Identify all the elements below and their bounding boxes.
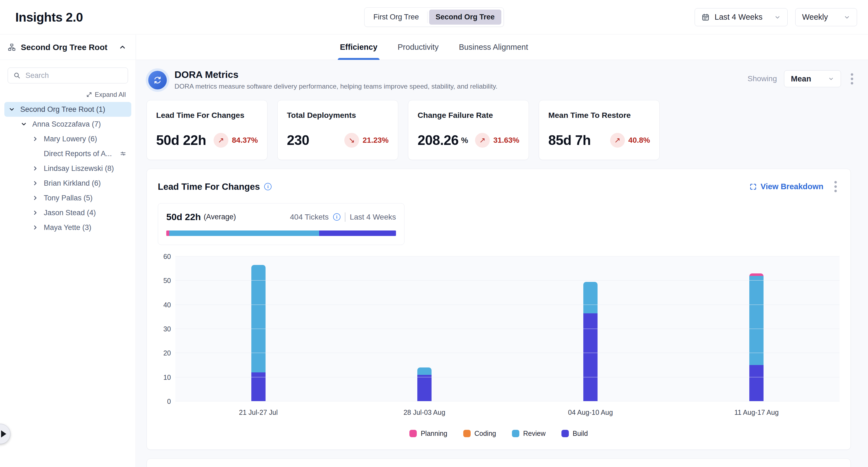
x-axis-label: 04 Aug-10 Aug [507, 408, 674, 416]
chevron-down-icon [828, 76, 834, 82]
legend-swatch-coding [463, 430, 471, 437]
tree-item-direct-reports-of-a[interactable]: Direct Reports of A... [4, 146, 131, 161]
chevron-right-icon[interactable] [32, 180, 39, 186]
metric-card-total-deployments: Total Deployments230↘21.23% [277, 100, 398, 160]
chevron-right-icon[interactable] [32, 165, 39, 172]
tree-item-label: Direct Reports of A... [44, 150, 112, 158]
y-tick-label: 50 [163, 277, 171, 285]
bar-slot [507, 256, 674, 401]
bar-segment-review [583, 282, 597, 313]
sidebar: Second Org Tree Root Expand All Second O… [0, 35, 136, 467]
org-toggle-second-org-tree[interactable]: Second Org Tree [429, 9, 501, 25]
kebab-menu-icon[interactable] [832, 179, 840, 194]
stacked-bar-04-aug-10-aug[interactable] [583, 282, 597, 401]
average-value: 50d 22h [166, 212, 201, 222]
metric-card-title: Change Failure Rate [417, 111, 519, 120]
tree-item-lindsay-liszewski-8[interactable]: Lindsay Liszewski (8) [4, 161, 131, 176]
trend-delta: 31.63% [493, 136, 519, 145]
trend-badge: ↗84.37% [214, 133, 258, 148]
tree-item-tony-pallas-5[interactable]: Tony Pallas (5) [4, 191, 131, 205]
sidebar-collapse-button[interactable] [117, 42, 128, 53]
org-tree-toggle: First Org TreeSecond Org Tree [364, 7, 504, 27]
plot-area [175, 256, 840, 401]
calendar-icon [702, 13, 710, 21]
y-tick-label: 60 [163, 253, 171, 260]
metric-card-value-row: 208.26%↗31.63% [417, 132, 519, 148]
metric-card-value-row: 230↘21.23% [287, 132, 389, 148]
date-range-select[interactable]: Last 4 Weeks [694, 8, 787, 26]
search-input[interactable] [8, 67, 128, 84]
info-icon[interactable] [264, 183, 272, 190]
tab-efficiency[interactable]: Efficiency [338, 35, 379, 60]
metric-card-title: Total Deployments [287, 111, 389, 120]
legend-label: Review [523, 430, 546, 437]
bar-segment-review [749, 276, 764, 365]
summary-segment-review [169, 230, 319, 236]
summary-segment-planning [166, 230, 169, 236]
bar-slots [175, 256, 840, 401]
gridline [175, 329, 840, 329]
tree-item-second-org-tree-root-1[interactable]: Second Org Tree Root (1) [4, 102, 131, 117]
tree-item-brian-kirkland-6[interactable]: Brian Kirkland (6) [4, 176, 131, 191]
trend-delta: 21.23% [363, 136, 389, 145]
chevron-down-icon[interactable] [20, 121, 27, 127]
lead-time-actions: View Breakdown [748, 179, 840, 194]
chevron-down-icon[interactable] [8, 106, 15, 113]
org-toggle-first-org-tree[interactable]: First Org Tree [367, 9, 426, 25]
tree-item-maya-yette-3[interactable]: Maya Yette (3) [4, 220, 131, 235]
x-axis-label: 28 Jul-03 Aug [341, 408, 507, 416]
dora-title: DORA Metrics [175, 69, 497, 80]
metric-cards: Lead Time For Changes50d 22h↗84.37%Total… [136, 90, 868, 160]
info-icon[interactable] [333, 213, 340, 221]
tree-item-label: Maya Yette (3) [44, 223, 91, 232]
chevron-right-icon[interactable] [32, 135, 39, 142]
phase-distribution-bar [166, 230, 396, 236]
average-suffix: (Average) [204, 213, 236, 221]
bar-segment-planning [749, 273, 764, 276]
app-title: Insights 2.0 [15, 10, 83, 25]
tab-business-alignment[interactable]: Business Alignment [457, 35, 530, 60]
tree-item-label: Jason Stead (4) [44, 209, 96, 217]
chevron-right-icon[interactable] [32, 224, 39, 231]
tree-item-label: Lindsay Liszewski (8) [44, 164, 114, 173]
dora-cycle-icon [148, 71, 167, 89]
tree-item-anna-scozzafava-7[interactable]: Anna Scozzafava (7) [4, 117, 131, 131]
sliders-icon[interactable] [120, 150, 126, 157]
legend-label: Coding [474, 430, 496, 437]
chevron-right-icon[interactable] [32, 210, 39, 216]
aggregation-select[interactable]: Mean [784, 70, 841, 87]
search-icon [13, 72, 21, 79]
kebab-menu-icon[interactable] [848, 71, 856, 87]
stacked-bar-28-jul-03-aug[interactable] [417, 368, 432, 401]
trend-up-icon: ↗ [475, 133, 490, 148]
legend-swatch-review [512, 430, 519, 437]
expand-all-button[interactable]: Expand All [85, 91, 127, 99]
tree-item-jason-stead-4[interactable]: Jason Stead (4) [4, 205, 131, 220]
gridline [175, 280, 840, 281]
granularity-select[interactable]: Weekly [795, 8, 857, 26]
stacked-bar-21-jul-27-jul[interactable] [251, 265, 266, 401]
view-breakdown-button[interactable]: View Breakdown [748, 182, 825, 191]
y-axis: 0102030405060 [158, 256, 175, 401]
expand-all-row: Expand All [8, 91, 127, 99]
view-breakdown-label: View Breakdown [761, 182, 824, 191]
aggregation-value: Mean [791, 74, 811, 84]
chevron-right-icon[interactable] [32, 195, 39, 201]
main: EfficiencyProductivityBusiness Alignment… [136, 35, 868, 467]
tree-item-mary-lowery-6[interactable]: Mary Lowery (6) [4, 131, 131, 146]
legend-item-review: Review [512, 430, 546, 437]
tree-item-label: Brian Kirkland (6) [44, 179, 101, 188]
tabs-row: EfficiencyProductivityBusiness Alignment [136, 35, 868, 60]
summary-period: Last 4 Weeks [350, 213, 396, 221]
x-axis-labels: 21 Jul-27 Jul28 Jul-03 Aug04 Aug-10 Aug1… [175, 408, 840, 416]
metric-card-mean-time-to-restore: Mean Time To Restore85d 7h↗40.8% [539, 100, 660, 160]
play-icon [1, 430, 6, 437]
lead-time-header: Lead Time For Changes View Breakdown [158, 179, 840, 194]
main-content: DORA Metrics DORA metrics measure softwa… [136, 60, 868, 467]
trend-delta: 84.37% [232, 136, 258, 145]
metric-card-title: Lead Time For Changes [156, 111, 258, 120]
tab-productivity[interactable]: Productivity [396, 35, 441, 60]
stacked-bar-11-aug-17-aug[interactable] [749, 273, 764, 401]
search-box [8, 67, 128, 84]
expand-corners-icon [749, 183, 757, 191]
